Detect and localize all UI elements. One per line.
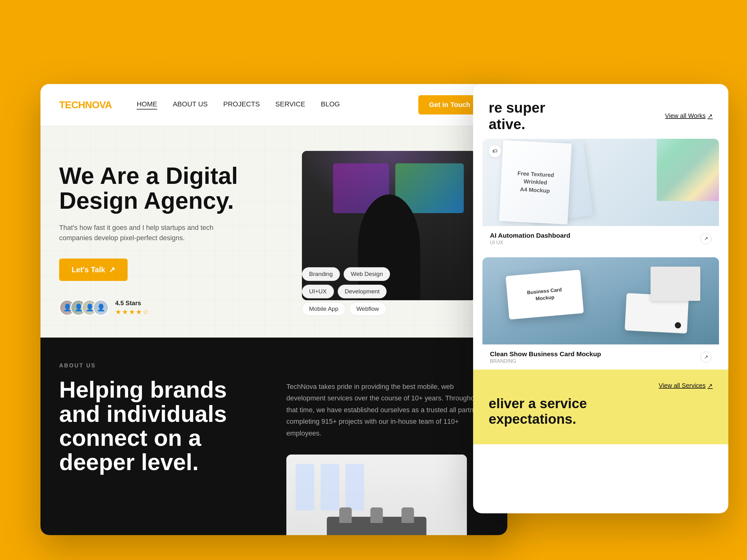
- about-right: TechNova takes pride in providing the be…: [286, 378, 489, 535]
- about-description: TechNova takes pride in providing the be…: [286, 381, 489, 439]
- portfolio-item-2[interactable]: Business CardMockup Clean Show Business …: [483, 257, 719, 370]
- logo-text-tech: TECH: [59, 99, 85, 110]
- tag-webflow[interactable]: Webflow: [349, 302, 386, 316]
- navbar: TECHNOVA HOME ABOUT US PROJECTS SERVICE …: [41, 84, 507, 126]
- business-card-main: Business CardMockup: [506, 270, 584, 320]
- right-panel-footer: View all Services ↗ eliver a service exp…: [473, 370, 728, 444]
- paper-sheet-front: Free TexturedWrinkledA4 Mockup: [499, 140, 571, 224]
- nav-blog[interactable]: BLOG: [321, 100, 340, 109]
- nav-links: HOME ABOUT US PROJECTS SERVICE BLOG: [137, 100, 418, 109]
- portfolio-item-2-footer: Clean Show Business Card Mockup BRANDING…: [483, 344, 719, 370]
- portfolio-item-2-info: Clean Show Business Card Mockup BRANDING: [490, 350, 601, 364]
- nav-about[interactable]: ABOUT US: [173, 100, 208, 109]
- portfolio-item-1-footer: AI Automation Dashboard UI UX ↗: [483, 226, 719, 251]
- hero-title: We Are a Digital Design Agency.: [59, 163, 283, 213]
- view-all-works-link[interactable]: View all Works ↗: [665, 112, 713, 120]
- tags-row-2: UI+UX Development: [302, 285, 489, 298]
- tag-uiux[interactable]: UI+UX: [302, 285, 334, 298]
- color-blobs: [657, 139, 719, 201]
- rating-text: 4.5 Stars: [115, 300, 149, 307]
- tag-mobile[interactable]: Mobile App: [302, 302, 345, 316]
- portfolio-item-2-arrow[interactable]: ↗: [700, 351, 712, 363]
- portfolio-item-1-image: Free TexturedWrinkledA4 Mockup 🏷: [483, 139, 719, 226]
- about-content: Helping brands and individuals connect o…: [59, 378, 489, 535]
- portfolio-item-2-title: Clean Show Business Card Mockup: [490, 350, 601, 358]
- view-all-services-link[interactable]: View all Services ↗: [659, 382, 713, 390]
- window-1: [296, 464, 314, 510]
- view-all-arrow-icon: ↗: [707, 112, 713, 120]
- nav-home[interactable]: HOME: [137, 100, 157, 109]
- business-card-text: Business CardMockup: [523, 283, 566, 306]
- tag-webdesign[interactable]: Web Design: [344, 267, 390, 281]
- hero-section: We Are a Digital Design Agency. That's h…: [41, 126, 507, 338]
- nav-projects[interactable]: PROJECTS: [223, 100, 260, 109]
- tags-row-1: Branding Web Design: [302, 267, 489, 281]
- left-website-mockup: TECHNOVA HOME ABOUT US PROJECTS SERVICE …: [41, 84, 507, 535]
- about-image: [286, 455, 467, 535]
- rating-stars: 4.5 Stars ★★★★☆: [115, 300, 149, 316]
- window-3: [345, 464, 364, 510]
- logo-text-nova: NOVA: [85, 99, 112, 110]
- about-section: ABOUT US Helping brands and individuals …: [41, 338, 507, 535]
- portfolio-item-1-title: AI Automation Dashboard: [490, 232, 570, 239]
- biz-card-dot: [675, 322, 681, 328]
- portfolio-item-1-arrow[interactable]: ↗: [700, 233, 712, 244]
- mockup-tag: 🏷: [489, 145, 501, 157]
- logo[interactable]: TECHNOVA: [59, 99, 112, 111]
- about-title: Helping brands and individuals connect o…: [59, 378, 261, 475]
- avatar-4: 👤: [93, 300, 109, 316]
- right-footer-header: View all Services ↗: [489, 382, 713, 390]
- paper-text: Free TexturedWrinkledA4 Mockup: [516, 169, 554, 195]
- hero-image-area: Branding Web Design UI+UX Development Mo…: [302, 151, 489, 319]
- table-shape: [327, 517, 427, 535]
- business-card-mockup-visual: Business CardMockup: [483, 257, 719, 344]
- hero-subtitle: That's how fast it goes and I help start…: [59, 222, 221, 243]
- portfolio-item-2-image: Business CardMockup: [483, 257, 719, 344]
- portfolio-grid: Free TexturedWrinkledA4 Mockup 🏷 AI Auto…: [473, 139, 728, 370]
- right-footer-title: eliver a service expectations.: [489, 396, 713, 427]
- portfolio-item-1[interactable]: Free TexturedWrinkledA4 Mockup 🏷 AI Auto…: [483, 139, 719, 251]
- tag-development[interactable]: Development: [338, 285, 387, 298]
- portfolio-item-1-info: AI Automation Dashboard UI UX: [490, 232, 570, 245]
- rating-row: 👤 👤 👤 👤 4.5 Stars ★★★★☆: [59, 300, 283, 316]
- right-panel-title: re super ative.: [489, 100, 545, 133]
- right-panel-header: re super ative. View all Works ↗: [473, 84, 728, 139]
- chair-1: [339, 507, 352, 523]
- portfolio-item-2-category: BRANDING: [490, 358, 601, 364]
- about-label: ABOUT US: [59, 363, 489, 369]
- window-2: [320, 464, 339, 510]
- chairs-row: [339, 507, 414, 523]
- tag-branding[interactable]: Branding: [302, 267, 340, 281]
- nav-service[interactable]: SERVICE: [276, 100, 305, 109]
- envelope-shape: [650, 267, 700, 301]
- hero-content: We Are a Digital Design Agency. That's h…: [59, 151, 283, 319]
- portfolio-item-1-category: UI UX: [490, 240, 570, 245]
- tags-row-3: Mobile App Webflow: [302, 302, 489, 316]
- tags-area: Branding Web Design UI+UX Development Mo…: [302, 267, 489, 316]
- meeting-room: [286, 455, 467, 535]
- chair-3: [402, 507, 414, 523]
- view-all-services-arrow-icon: ↗: [707, 382, 713, 390]
- lets-talk-button[interactable]: Let's Talk ↗: [59, 259, 128, 281]
- stars-display: ★★★★☆: [115, 308, 149, 316]
- window-shapes: [296, 464, 364, 510]
- chair-2: [370, 507, 383, 523]
- lets-talk-arrow-icon: ↗: [109, 265, 115, 274]
- avatar-group: 👤 👤 👤 👤: [59, 300, 109, 316]
- right-portfolio-panel: re super ative. View all Works ↗ Free Te…: [473, 84, 728, 513]
- textured-mockup-visual: Free TexturedWrinkledA4 Mockup 🏷: [483, 139, 719, 226]
- about-left: Helping brands and individuals connect o…: [59, 378, 261, 535]
